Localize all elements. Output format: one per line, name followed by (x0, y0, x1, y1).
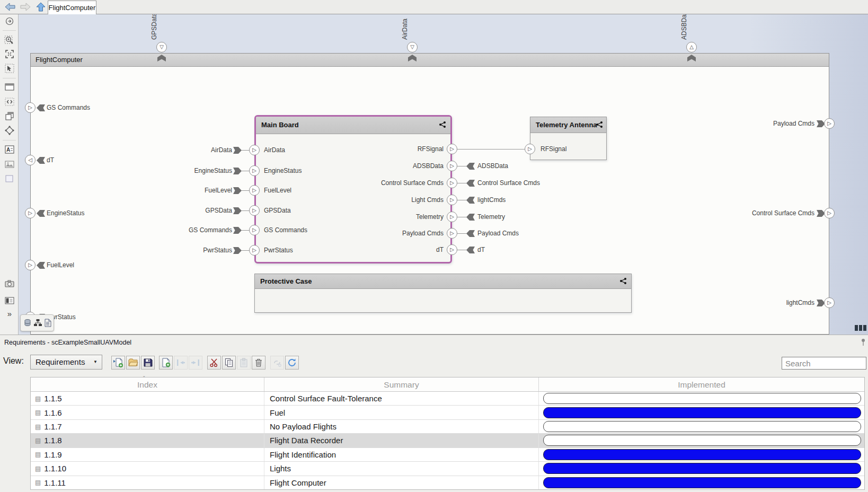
database-icon[interactable] (23, 319, 32, 327)
expand-palette-icon[interactable]: » (4, 309, 15, 320)
telemetry-antenna-block[interactable]: Telemetry Antenna (530, 117, 607, 160)
screenshot-icon[interactable] (4, 278, 15, 289)
port-connector[interactable]: ▷ (824, 297, 835, 308)
open-reference-icon[interactable] (4, 16, 15, 27)
back-arrow-icon[interactable] (4, 2, 16, 12)
port-label: EngineStatus (47, 209, 84, 217)
port-connector[interactable]: ▷ (249, 145, 260, 155)
requirement-summary: Flight Data Recorder (264, 436, 343, 445)
port-connector[interactable]: ◁ (25, 155, 36, 165)
signal-tag-label[interactable]: GS Commands (153, 226, 232, 234)
signal-tag-label[interactable]: Control Surface Cmds (477, 179, 540, 187)
connection-line-rfsignal[interactable] (457, 149, 525, 150)
area-annotation-icon[interactable] (4, 173, 15, 184)
signal-tag-label[interactable]: PwrStatus (153, 247, 232, 254)
zoom-selection-icon[interactable] (4, 63, 15, 74)
view-dropdown[interactable]: Requirements ▼ (30, 355, 102, 370)
column-header-implemented[interactable]: Implemented (538, 377, 864, 391)
protective-case-header[interactable]: Protective Case (255, 274, 631, 289)
promote-requirement-button[interactable] (174, 356, 188, 370)
pin-icon[interactable] (861, 338, 866, 346)
compare-icon[interactable] (4, 111, 15, 121)
port-connector[interactable]: ▷ (249, 185, 260, 196)
port-connector[interactable]: ▷ (447, 228, 457, 239)
protective-case-block[interactable]: Protective Case (254, 274, 632, 313)
port-connector[interactable]: ▷ (25, 208, 36, 218)
perspective-toolbar (20, 314, 54, 331)
port-connector[interactable]: ▷ (447, 212, 457, 222)
open-button[interactable] (126, 356, 140, 370)
column-header-summary[interactable]: Summary (264, 377, 538, 391)
connector-line (457, 200, 466, 200)
viewport-icon[interactable] (4, 82, 15, 92)
requirement-row[interactable]: ▤1.1.8 Flight Data Recorder (31, 434, 864, 447)
share-icon[interactable] (619, 277, 627, 285)
delete-button[interactable] (252, 356, 265, 370)
diagram-canvas[interactable]: FlightComputer GPSData AirData ADSBData … (19, 14, 868, 335)
port-connector[interactable]: ▷ (25, 102, 36, 113)
signal-tag-label[interactable]: GPSData (153, 207, 232, 214)
search-input[interactable] (782, 357, 866, 370)
requirement-row[interactable]: ▤1.1.11 Flight Computer (31, 476, 864, 489)
new-requirement-set-button[interactable] (111, 356, 125, 370)
text-annotation-icon[interactable]: A (4, 144, 15, 155)
port-connector[interactable]: ▷ (447, 244, 457, 255)
port-connector[interactable]: ▷ (249, 225, 260, 235)
port-connector[interactable]: ▷ (447, 195, 457, 205)
flightcomputer-container-header[interactable]: FlightComputer (31, 54, 829, 67)
clear-links-button[interactable] (270, 356, 284, 370)
column-header-index[interactable]: Index (31, 377, 264, 391)
port-connector[interactable]: ▷ (249, 245, 260, 256)
port-connector[interactable]: ▽ (407, 42, 418, 52)
forward-arrow-icon[interactable] (20, 2, 31, 12)
share-icon[interactable] (596, 121, 603, 128)
image-annotation-icon[interactable] (4, 159, 15, 170)
zoom-region-icon[interactable] (4, 34, 15, 45)
signal-tag-label[interactable]: Telemetry (477, 213, 505, 221)
requirement-row[interactable]: ▤1.1.10 Lights (31, 462, 864, 476)
fit-to-view-icon[interactable] (4, 49, 15, 59)
port-label: Telemetry (316, 213, 444, 221)
port-connector[interactable]: ▷ (447, 144, 457, 154)
signal-tag-label[interactable]: dT (477, 246, 485, 253)
up-arrow-icon[interactable] (35, 2, 47, 12)
signal-tag-label[interactable]: Payload Cmds (477, 230, 519, 237)
document-icon[interactable] (44, 319, 51, 327)
port-connector[interactable]: ▷ (824, 118, 835, 129)
requirement-row[interactable]: ▤1.1.5 Control Surface Fault-Tolerance (31, 392, 864, 406)
telemetry-antenna-header[interactable]: Telemetry Antenna (530, 117, 606, 133)
hierarchy-icon[interactable] (33, 319, 42, 327)
signal-tag-label[interactable]: EngineStatus (153, 167, 232, 174)
panel-grid-icon[interactable] (855, 325, 867, 331)
auto-arrange-icon[interactable] (4, 125, 15, 136)
signal-tag-label[interactable]: ADSBData (477, 162, 508, 170)
interface-icon[interactable] (4, 96, 15, 107)
port-connector[interactable]: ▽ (156, 42, 167, 52)
port-connector[interactable]: △ (686, 42, 697, 52)
signal-tag-label[interactable]: AirData (153, 146, 232, 154)
port-connector[interactable]: ▷ (447, 161, 457, 171)
refresh-button[interactable] (285, 356, 299, 370)
port-connector[interactable]: ▷ (447, 178, 457, 188)
demote-requirement-button[interactable] (189, 356, 202, 370)
port-connector[interactable]: ▷ (25, 260, 36, 270)
port-connector[interactable]: ▷ (249, 205, 260, 216)
paste-button[interactable] (237, 356, 251, 370)
copy-button[interactable] (222, 356, 236, 370)
requirement-row[interactable]: ▤1.1.6 Fuel (31, 406, 864, 419)
port-connector[interactable]: ▷ (525, 144, 535, 154)
add-requirement-button[interactable] (159, 356, 173, 370)
requirement-row[interactable]: ▤1.1.7 No Payload Flights (31, 420, 864, 434)
port-connector[interactable]: ▷ (824, 208, 835, 218)
main-board-header[interactable]: Main Board (256, 117, 450, 134)
signal-tag-label[interactable]: FuelLevel (153, 187, 232, 194)
save-button[interactable] (141, 356, 155, 370)
port-connector[interactable]: ▷ (249, 165, 260, 176)
cut-button[interactable] (207, 356, 221, 370)
tab-flightcomputer[interactable]: FlightComputer (48, 1, 96, 14)
implemented-bar (543, 393, 861, 404)
legend-icon[interactable] (4, 295, 15, 306)
signal-tag-label[interactable]: lightCmds (477, 196, 506, 204)
requirement-row[interactable]: ▤1.1.9 Flight Identification (31, 448, 864, 462)
share-icon[interactable] (439, 121, 446, 128)
